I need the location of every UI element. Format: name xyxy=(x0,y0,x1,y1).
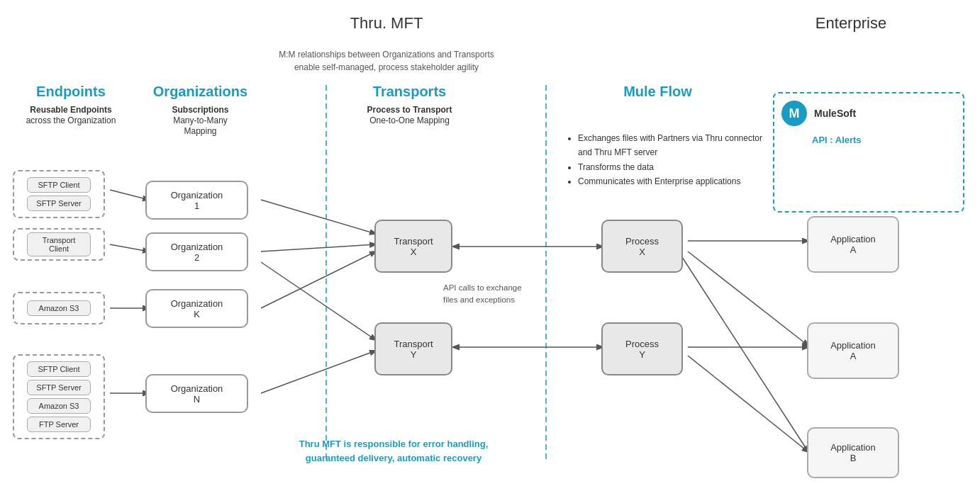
process-box-x: ProcessX xyxy=(601,220,683,273)
app-box-a2: ApplicationA xyxy=(807,322,899,379)
svg-line-7 xyxy=(261,244,376,252)
endpoint-group-1: SFTP Client SFTP Server xyxy=(13,170,105,218)
col-title-organizations: Organizations xyxy=(138,84,262,100)
svg-line-8 xyxy=(261,262,376,340)
endpoint-sftp-client-4: SFTP Client xyxy=(27,361,91,377)
endpoint-transport-client: Transport Client xyxy=(27,232,91,256)
api-calls-annotation: API calls to exchangefiles and exception… xyxy=(443,282,535,307)
svg-line-2 xyxy=(110,190,149,200)
svg-line-6 xyxy=(261,200,376,234)
org-box-2: Organization2 xyxy=(145,232,248,271)
org-sublabel1: Subscriptions xyxy=(138,105,262,115)
enterprise-header: Enterprise xyxy=(745,14,957,33)
app-box-b: ApplicationB xyxy=(807,427,899,478)
endpoint-group-4: SFTP Client SFTP Server Amazon S3 FTP Se… xyxy=(13,354,105,439)
subtitle: M:M relationships between Organizations … xyxy=(234,48,539,74)
org-sublabel2: Many-to-Many xyxy=(138,115,262,125)
org-sublabel3: Mapping xyxy=(138,126,262,136)
app-b-label: ApplicationB xyxy=(830,442,876,463)
bottom-note: Thru MFT is responsible for error handli… xyxy=(284,437,503,465)
col-title-mule-flow: Mule Flow xyxy=(596,84,720,100)
svg-line-17 xyxy=(681,255,808,452)
app-box-a1: ApplicationA xyxy=(807,216,899,273)
org-n-label: OrganizationN xyxy=(171,383,223,405)
svg-line-16 xyxy=(688,356,808,452)
endpoint-ftp-server-4: FTP Server xyxy=(27,417,91,432)
org-k-label: OrganizationK xyxy=(171,298,223,320)
endpoints-sublabel1: Reusable Endpoints xyxy=(14,105,128,115)
mulesoft-icon: M xyxy=(780,99,808,128)
mule-bullets: Exchanges files with Partners via Thru c… xyxy=(567,131,773,189)
endpoint-amazon-s3-4: Amazon S3 xyxy=(27,398,91,414)
process-x-label: ProcessX xyxy=(625,236,659,257)
endpoint-group-2: Transport Client xyxy=(13,228,105,261)
col-title-transports: Transports xyxy=(347,84,472,100)
org-box-n: OrganizationN xyxy=(145,374,248,413)
diagram-container: Thru. MFT Enterprise M:M relationships b… xyxy=(0,0,980,486)
thru-mft-header: Thru. MFT xyxy=(262,14,511,33)
org-1-label: Organization1 xyxy=(171,190,223,211)
api-alerts-label: API : Alerts xyxy=(812,135,862,145)
col-title-endpoints: Endpoints xyxy=(14,84,128,100)
app-a2-label: ApplicationA xyxy=(830,340,876,361)
svg-text:M: M xyxy=(789,106,800,120)
svg-line-3 xyxy=(110,244,149,252)
process-box-y: ProcessY xyxy=(601,322,683,375)
endpoint-amazon-s3: Amazon S3 xyxy=(27,300,91,316)
mulesoft-logo: M MuleSoft xyxy=(780,99,856,128)
endpoint-sftp-server-4: SFTP Server xyxy=(27,380,91,395)
transport-sublabel2: One-to-One Mapping xyxy=(347,115,472,125)
process-y-label: ProcessY xyxy=(625,339,659,360)
endpoint-sftp-client-1: SFTP Client xyxy=(27,177,91,193)
org-box-k: OrganizationK xyxy=(145,289,248,328)
transport-y-label: TransportY xyxy=(394,339,433,360)
org-box-1: Organization1 xyxy=(145,181,248,220)
svg-line-9 xyxy=(261,252,376,308)
endpoint-sftp-server-1: SFTP Server xyxy=(27,196,91,211)
svg-line-10 xyxy=(261,351,376,393)
transport-x-label: TransportX xyxy=(394,236,433,257)
app-a1-label: ApplicationA xyxy=(830,234,876,255)
transport-sublabel1: Process to Transport xyxy=(347,105,472,115)
transport-box-y: TransportY xyxy=(374,322,452,375)
org-2-label: Organization2 xyxy=(171,242,223,263)
transport-box-x: TransportX xyxy=(374,220,452,273)
mulesoft-name: MuleSoft xyxy=(814,108,856,119)
endpoint-group-3: Amazon S3 xyxy=(13,292,105,324)
svg-line-14 xyxy=(688,252,808,346)
endpoints-sublabel2: across the Organization xyxy=(14,115,128,125)
